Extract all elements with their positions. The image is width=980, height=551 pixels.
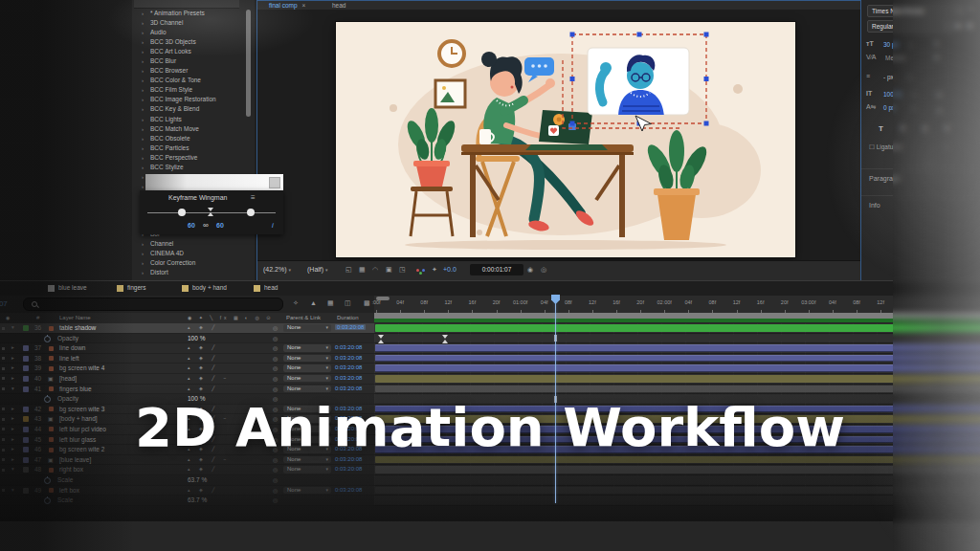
chevron-down-icon[interactable]: ▾ — [913, 92, 916, 98]
layer-row-38[interactable]: ▸38line left▴ ◈ ╱◎None▾0:03:20:08 — [0, 354, 374, 364]
snapshot-region-icon[interactable]: ◳ — [399, 266, 406, 274]
track-row[interactable] — [374, 486, 980, 496]
snapshot-icon[interactable]: ◉ — [527, 266, 533, 274]
exposure-value[interactable]: +0.0 — [443, 266, 457, 273]
fill-color-swatch[interactable]: ▩ — [955, 22, 962, 30]
layer-name[interactable]: left blur glass — [59, 436, 96, 443]
effects-item[interactable]: ›Channel — [142, 239, 255, 249]
kerning-value[interactable]: Metrics — [885, 55, 905, 61]
resolution-dropdown[interactable]: (Half) ▾ — [307, 266, 328, 273]
info-icon[interactable]: i — [272, 221, 274, 230]
property-value[interactable]: 100 % — [188, 335, 205, 342]
baseline-icon[interactable]: 彑 — [936, 105, 943, 115]
property-row-opacity[interactable]: Opacity100 %◎ — [0, 334, 374, 344]
effects-item[interactable]: ›Distort — [142, 268, 255, 277]
layer-name-column[interactable]: Layer Name — [59, 315, 91, 320]
paragraph-panel-label[interactable]: Paragraph — [869, 175, 901, 182]
keyframe-icon[interactable] — [442, 335, 449, 343]
comp-tab-fingers[interactable]: fingers — [127, 284, 146, 291]
parent-link-dropdown[interactable]: None▾ — [283, 386, 331, 393]
track-row[interactable] — [374, 374, 980, 385]
mask-icon[interactable]: ◠ — [372, 266, 378, 274]
parent-link-dropdown[interactable]: None▾ — [283, 364, 331, 372]
parent-link-dropdown[interactable]: None▾ — [283, 355, 331, 363]
layer-name[interactable]: line left — [59, 355, 79, 362]
current-time-display[interactable]: 0:00:01:07 — [0, 299, 8, 308]
layer-name[interactable]: left box — [59, 487, 79, 494]
comp-tab-blue-leave[interactable]: blue leave — [58, 284, 87, 291]
frame-blend-icon[interactable]: ▦ — [327, 299, 334, 307]
property-row-scale[interactable]: Scale63.7 %◎ — [0, 496, 374, 506]
layer-row-36[interactable]: ▾36table shadow▴ ◈ ╱◎None▾0:03:20:08 — [0, 323, 374, 334]
layer-duration[interactable]: 0:03:20:08 — [335, 364, 362, 370]
property-track-row[interactable] — [374, 475, 980, 486]
layer-duration[interactable]: 0:03:20:08 — [335, 487, 362, 493]
layer-bar[interactable] — [375, 324, 980, 332]
timeline-ruler[interactable]: :00f04f08f12f16f20f01:00f04f08f12f16f20f… — [374, 296, 980, 314]
chevron-down-icon[interactable]: ▾ — [913, 105, 916, 111]
layer-row-39[interactable]: ▸39bg screen wite 4▴ ◈ ╱◎None▾0:03:20:08 — [0, 364, 374, 374]
wingman-swatch[interactable] — [269, 177, 280, 188]
layer-color-chip[interactable] — [23, 467, 29, 473]
effects-scrollbar[interactable] — [246, 10, 251, 117]
layer-row-40[interactable]: ▸40▣[head]▴ ◈ ╱ −◎None▾0:03:20:08 — [0, 374, 374, 385]
font-family-dropdown[interactable]: Times New Roman▾ — [867, 5, 965, 17]
layer-color-chip[interactable] — [23, 365, 29, 371]
effects-item[interactable]: ›Color Correction — [142, 258, 255, 268]
layer-row-49[interactable]: ▾49left box▴ ◈ ╱◎None▾0:03:20:08 — [0, 486, 374, 496]
effects-item[interactable]: ›BCC Perspective — [142, 153, 255, 163]
layer-row-48[interactable]: ▾48right box▴ ◈ ╱◎None▾0:03:20:08 — [0, 465, 374, 475]
wingman-menu-icon[interactable]: ≡ — [251, 193, 256, 202]
layer-color-chip[interactable] — [23, 356, 29, 362]
comp-tab-head[interactable]: head — [264, 284, 278, 291]
layer-name[interactable]: bg screen wite 2 — [59, 446, 104, 452]
stopwatch-icon[interactable] — [44, 336, 51, 342]
track-row[interactable] — [374, 465, 980, 475]
swatch-grid-icon[interactable]: ⊞ — [934, 54, 940, 61]
track-row[interactable] — [374, 343, 980, 354]
layer-color-chip[interactable] — [23, 457, 29, 463]
layer-color-chip[interactable] — [23, 437, 29, 443]
layer-color-chip[interactable] — [23, 345, 29, 351]
stopwatch-icon[interactable] — [44, 396, 51, 403]
composition-mini-flowchart-icon[interactable]: ✧ — [293, 299, 299, 307]
layer-duration[interactable]: 0:03:20:08 — [335, 324, 366, 330]
region-icon[interactable]: ▣ — [386, 266, 392, 274]
layer-duration[interactable]: 0:03:20:08 — [335, 344, 362, 350]
ligatures-checkbox[interactable]: ☐ Ligatures — [869, 143, 902, 151]
layer-color-chip[interactable] — [23, 325, 29, 331]
composition-viewer[interactable] — [257, 10, 860, 260]
effects-item[interactable]: ›BCC Art Looks — [142, 47, 255, 56]
stopwatch-icon[interactable] — [44, 477, 51, 484]
motion-blur-icon[interactable]: ◫ — [345, 299, 351, 307]
track-row[interactable] — [374, 323, 980, 334]
property-value[interactable]: 63.7 % — [188, 496, 207, 503]
layer-name[interactable]: bg screen wite 4 — [59, 364, 104, 371]
warp-icon[interactable]: 亗 — [936, 90, 943, 99]
stroke-color-swatch[interactable]: ▦ — [967, 22, 973, 30]
layer-bar[interactable] — [375, 386, 980, 393]
effects-item[interactable]: ›BCC Stylize — [142, 163, 255, 172]
close-icon[interactable]: × — [301, 2, 305, 9]
exposure-gear-icon[interactable]: ✦ — [432, 266, 437, 274]
effects-item[interactable]: ›BCC Browser — [142, 66, 255, 76]
eyedropper-icon[interactable]: ✎ — [969, 6, 974, 13]
wingman-left-handle[interactable] — [178, 209, 186, 216]
layer-name[interactable]: [body + hand] — [59, 415, 98, 422]
wingman-right-handle[interactable] — [247, 209, 255, 216]
track-row[interactable] — [374, 385, 980, 395]
effects-item[interactable]: ›BCC Color & Tone — [142, 76, 255, 85]
show-snapshot-icon[interactable]: ◎ — [541, 266, 546, 274]
property-value[interactable]: 63.7 % — [188, 476, 207, 483]
chevron-down-icon[interactable]: ▾ — [909, 75, 912, 80]
layer-name[interactable]: table shadow — [59, 324, 96, 331]
timeline-search-input[interactable] — [23, 298, 283, 311]
duration-column[interactable]: Duration — [337, 315, 359, 320]
layer-color-chip[interactable] — [23, 488, 29, 494]
parent-link-dropdown[interactable]: None▾ — [283, 324, 331, 332]
wingman-gradient-bar[interactable] — [145, 174, 283, 190]
layer-color-chip[interactable] — [23, 386, 29, 392]
effects-item[interactable]: ›BCC Lights — [142, 115, 255, 124]
layer-duration[interactable]: 0:03:20:08 — [335, 466, 362, 472]
layer-name[interactable]: line down — [59, 344, 85, 351]
